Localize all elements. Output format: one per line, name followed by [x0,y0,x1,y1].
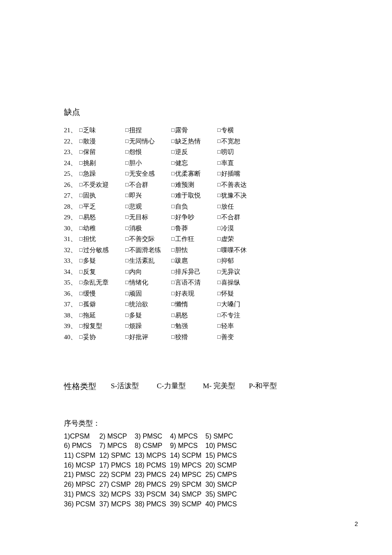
checkbox-option[interactable]: □易怒 [79,214,125,221]
checkbox-option[interactable]: □喋喋不休 [217,247,263,253]
checkbox-option[interactable]: □统治欲 [125,301,171,308]
checkbox-option[interactable]: □大嗓门 [217,301,263,308]
checkbox-option[interactable]: □勉强 [171,323,217,329]
checkbox-icon: □ [125,291,129,296]
checkbox-option[interactable]: □即兴 [125,192,171,199]
checkbox-option[interactable]: □过分敏感 [79,247,125,253]
checkbox-option[interactable]: □喜操纵 [217,279,263,286]
checkbox-option[interactable]: □乏味 [79,127,125,134]
checkbox-option[interactable]: □不善表达 [217,182,263,188]
checkbox-option[interactable]: □放任 [217,203,263,210]
checkbox-icon: □ [171,192,175,198]
checkbox-option[interactable]: □报复型 [79,323,125,329]
checkbox-option[interactable]: □跋扈 [171,258,217,264]
checkbox-icon: □ [79,269,83,274]
checkbox-option[interactable]: □唠叨 [217,149,263,155]
checkbox-option[interactable]: □工作狂 [171,236,217,242]
checkbox-option[interactable]: □烦躁 [125,323,171,329]
checkbox-option[interactable]: □懒惰 [171,301,217,308]
checkbox-option[interactable]: □多疑 [125,312,171,319]
checkbox-option[interactable]: □不受欢迎 [79,182,125,188]
checkbox-option[interactable]: □无同情心 [125,138,171,145]
option-label: 怀疑 [221,291,234,297]
checkbox-option[interactable]: □消极 [125,225,171,232]
checkbox-option[interactable]: □无安全感 [125,171,171,177]
checkbox-option[interactable]: □杂乱无章 [79,279,125,286]
option-label: 好插嘴 [221,171,240,177]
checkbox-option[interactable]: □幼稚 [79,225,125,232]
checkbox-icon: □ [217,236,221,241]
checkbox-option[interactable]: □不合群 [125,182,171,188]
checkbox-option[interactable]: □情绪化 [125,279,171,286]
checkbox-option[interactable]: □妥协 [79,334,125,340]
checkbox-option[interactable]: □胆怯 [171,247,217,253]
option-label: 扭捏 [129,127,142,134]
checkbox-option[interactable]: □散漫 [79,138,125,145]
checkbox-option[interactable]: □难预测 [171,182,217,188]
checkbox-option[interactable]: □难于取悦 [171,192,217,199]
checkbox-option[interactable]: □反复 [79,269,125,275]
checkbox-option[interactable]: □担忧 [79,236,125,242]
checkbox-option[interactable]: □冷漠 [217,225,263,232]
checkbox-option[interactable]: □无异议 [217,269,263,275]
checkbox-option[interactable]: □排斥异己 [171,269,217,275]
checkbox-option[interactable]: □不专注 [217,312,263,319]
checkbox-option[interactable]: □健忘 [171,160,217,166]
checkbox-option[interactable]: □狡猾 [171,334,217,340]
checkbox-option[interactable]: □自负 [171,203,217,210]
checkbox-option[interactable]: □好插嘴 [217,171,263,177]
checkbox-option[interactable]: □拖延 [79,312,125,319]
checkbox-option[interactable]: □怨恨 [125,149,171,155]
checkbox-option[interactable]: □抑郁 [217,258,263,264]
checkbox-option[interactable]: □好表现 [171,291,217,297]
checkbox-option[interactable]: □好争吵 [171,214,217,221]
checkbox-option[interactable]: □无目标 [125,214,171,221]
table-row: 38、□拖延□多疑□易怒□不专注 [64,312,328,319]
checkbox-option[interactable]: □挑剔 [79,160,125,166]
checkbox-option[interactable]: □优柔寡断 [171,171,217,177]
checkbox-option[interactable]: □多疑 [79,258,125,264]
checkbox-option[interactable]: □善变 [217,334,263,340]
checkbox-option[interactable]: □言语不清 [171,279,217,286]
checkbox-option[interactable]: □逆反 [171,149,217,155]
checkbox-option[interactable]: □悲观 [125,203,171,210]
checkbox-option[interactable]: □不宽恕 [217,138,263,145]
checkbox-option[interactable]: □急躁 [79,171,125,177]
checkbox-option[interactable]: □缺乏热情 [171,138,217,145]
checkbox-icon: □ [217,214,221,220]
checkbox-option[interactable]: □内向 [125,269,171,275]
checkbox-option[interactable]: □生活紊乱 [125,258,171,264]
option-label: 挑剔 [83,160,96,166]
checkbox-option[interactable]: □不圆滑老练 [125,247,171,253]
checkbox-option[interactable]: □不善交际 [125,236,171,242]
checkbox-option[interactable]: □平乏 [79,203,125,210]
checkbox-option[interactable]: □孤僻 [79,301,125,308]
checkbox-option[interactable]: □犹豫不决 [217,192,263,199]
checkbox-option[interactable]: □怀疑 [217,291,263,297]
checkbox-icon: □ [125,312,129,318]
checkbox-option[interactable]: □专横 [217,127,263,134]
checkbox-icon: □ [125,334,129,340]
checkbox-icon: □ [79,258,83,263]
checkbox-option[interactable]: □不合群 [217,214,263,221]
checkbox-option[interactable]: □露骨 [171,127,217,134]
checkbox-option[interactable]: □率直 [217,160,263,166]
checkbox-option[interactable]: □虚荣 [217,236,263,242]
checkbox-option[interactable]: □固执 [79,192,125,199]
checkbox-option[interactable]: □好批评 [125,334,171,340]
checkbox-option[interactable]: □顽固 [125,291,171,297]
checkbox-option[interactable]: □保留 [79,149,125,155]
checkbox-option[interactable]: □易怒 [171,312,217,319]
table-row: 23、□保留□怨恨□逆反□唠叨 [64,149,328,155]
sequence-cell: 8) CSMP [135,441,170,451]
checkbox-option[interactable]: □轻率 [217,323,263,329]
checkbox-option[interactable]: □缓慢 [79,291,125,297]
checkbox-option[interactable]: □鲁莽 [171,225,217,232]
sequence-cell: 35) SMPC [205,490,241,500]
checkbox-icon: □ [171,312,175,318]
checkbox-option[interactable]: □扭捏 [125,127,171,134]
sequence-cell: 18) PCMS [135,461,170,471]
option-label: 反复 [83,269,96,275]
checkbox-icon: □ [171,214,175,220]
checkbox-option[interactable]: □胆小 [125,160,171,166]
